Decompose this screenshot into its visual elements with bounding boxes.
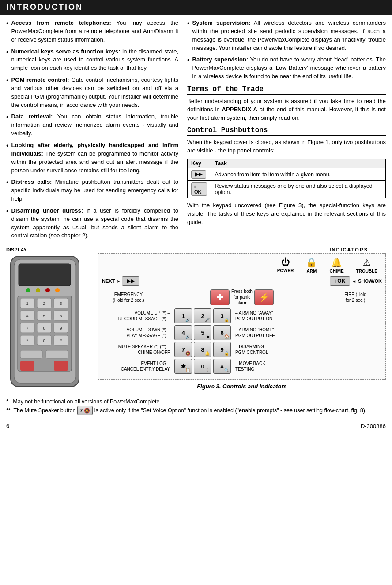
label-testing: TESTING <box>235 366 303 372</box>
key-display: ▶▶ <box>191 170 206 179</box>
show-ok-label: SHOW/OK <box>358 278 382 284</box>
special-labels-left: EVENT LOG – CANCEL ENTRY DELAY <box>102 361 173 372</box>
bullet-text: PGM remote control: Gate control mechani… <box>11 76 178 109</box>
page-footer: 6 D-300886 <box>0 420 392 432</box>
control-table: Key Task ▶▶ Advance from item to item wi… <box>187 159 386 198</box>
key-2[interactable]: 2🎤 <box>194 308 211 323</box>
svg-point-4 <box>36 288 40 292</box>
emergency-button-left[interactable]: ✚ <box>210 289 230 305</box>
numrow-1-labels-right: – ARMING "AWAY" PGM OUTPUT ON <box>233 310 303 322</box>
key-7[interactable]: 7🔕 <box>174 342 192 357</box>
control-title: Control Pushbuttons <box>187 126 386 136</box>
svg-text:*: * <box>26 338 28 343</box>
bullet-dot: • <box>6 113 9 138</box>
main-content: •Access from remote telephones: You may … <box>0 15 392 243</box>
chime-icon: 🔔 <box>331 257 342 268</box>
figure-caption: Figure 3. Controls and Indicators <box>98 383 386 390</box>
special-labels-right: – MOVE BACK TESTING <box>233 361 303 372</box>
label-event-log: EVENT LOG – <box>102 361 170 367</box>
label-move-back: – MOVE BACK <box>235 361 303 367</box>
numrow-2-keys: 4🔉 5▶ 6🏠 <box>174 325 231 340</box>
control-after: With the keypad uncovered (see Figure 3)… <box>187 201 386 227</box>
label-disarm: – DISARMING <box>235 344 303 350</box>
indicator-chime: 🔔 CHIME <box>329 257 343 274</box>
bullet-text: Looking after elderly, physically handic… <box>11 141 178 175</box>
key-star[interactable]: ✱📋 <box>174 359 192 374</box>
label-pgm-on: PGM OUTPUT ON <box>235 316 303 322</box>
figure-caption-text: Figure 3. Controls and Indicators <box>197 383 287 390</box>
emergency-buttons: ✚ Press bothfor panicalarm ⚡ <box>210 289 274 306</box>
indicator-arm: 🔒 ARM <box>306 257 317 274</box>
svg-rect-21 <box>46 350 68 358</box>
label-pgm-off: PGM OUTPUT OFF <box>235 333 303 339</box>
bullet-dot: • <box>6 141 9 175</box>
key-5[interactable]: 5▶ <box>194 325 211 340</box>
svg-text:6: 6 <box>60 314 62 318</box>
label-volume-down: VOLUME DOWN (*) – <box>102 327 170 333</box>
iok-button[interactable]: i OK <box>330 276 351 286</box>
svg-text:9: 9 <box>60 326 62 330</box>
trouble-label: TROUBLE <box>356 269 377 274</box>
bullet-distress: •Distress calls: Miniature pushbutton tr… <box>6 178 178 203</box>
footnote-2: ** The Mute Speaker button 7 🔕 is active… <box>6 406 386 415</box>
label-arm-away: – ARMING "AWAY" <box>235 310 303 316</box>
indicators-row: ⏻ POWER 🔒 ARM 🔔 CHIME ⚠ TROUBLE <box>102 257 382 274</box>
bullet-looking: •Looking after elderly, physically handi… <box>6 141 178 175</box>
next-label: NEXT <box>102 278 115 284</box>
bullet-text: Data retrieval: You can obtain status in… <box>11 113 178 138</box>
next-button[interactable]: ▶▶ <box>122 276 139 286</box>
key-hash[interactable]: #🔍 <box>213 359 231 374</box>
label-mute: MUTE SPEAKER (*) (**) – <box>102 344 170 350</box>
terms-title: Terms of the Trade <box>187 85 386 95</box>
numrow-2: VOLUME DOWN (*) – PLAY MESSAGE (*) – 4🔉 … <box>102 325 382 340</box>
bullet-disarming: •Disarming under duress: If a user is fo… <box>6 207 178 240</box>
label-arm-home: – ARMING "HOME" <box>235 327 303 333</box>
numrow-3-labels-left: MUTE SPEAKER (*) (**) – CHIME ON/OFF <box>102 344 173 356</box>
special-numrow: EVENT LOG – CANCEL ENTRY DELAY ✱📋 0🚶 #🔍 … <box>102 359 382 374</box>
key-9[interactable]: 9🔓 <box>213 342 231 357</box>
key-0[interactable]: 0🚶 <box>194 359 211 374</box>
numrow-3-keys: 7🔕 8🔔 9🔓 <box>174 342 231 357</box>
numrow-2-labels-left: VOLUME DOWN (*) – PLAY MESSAGE (*) – <box>102 327 173 339</box>
footnotes: * May not be functional on all versions … <box>0 396 392 417</box>
svg-text:4: 4 <box>26 314 28 318</box>
key-8[interactable]: 8🔔 <box>194 342 211 357</box>
svg-point-5 <box>45 288 50 292</box>
svg-point-6 <box>55 288 60 292</box>
fn2-key-7: 7 🔕 <box>77 406 93 415</box>
key-1[interactable]: 1🔊 <box>174 308 192 323</box>
label-volume-up: VOLUME UP (*) – <box>102 310 170 316</box>
bullet-data: •Data retrieval: You can obtain status i… <box>6 113 178 138</box>
bullet-dot: • <box>6 207 9 240</box>
bullet-dot: • <box>187 56 190 81</box>
chime-label: CHIME <box>329 269 343 274</box>
bullet-text: System supervision: All wireless detecto… <box>192 19 386 52</box>
key-3[interactable]: 3🔒 <box>213 308 231 323</box>
key-6[interactable]: 6🏠 <box>213 325 231 340</box>
bullet-text: Battery supervision: You do not have to … <box>192 56 386 81</box>
arrow-show: ◄ <box>352 279 356 284</box>
svg-rect-20 <box>20 350 42 358</box>
bullet-text: Numerical keys serve as function keys: I… <box>11 48 178 73</box>
next-show-row: NEXT ➤ ▶▶ i OK ◄ SHOW/OK <box>102 276 382 286</box>
bullet-text: Distress calls: Miniature pushbutton tra… <box>11 178 178 203</box>
control-diagram: INDICATORS ⏻ POWER 🔒 ARM 🔔 CHI <box>94 247 386 391</box>
numrow-3-labels-right: – DISARMING PGM CONTROL <box>233 344 303 356</box>
numrow-2-labels-right: – ARMING "HOME" PGM OUTPUT OFF <box>233 327 303 339</box>
label-play: PLAY MESSAGE (*) – <box>102 333 170 339</box>
device-drawing: DISPLAY <box>6 247 94 392</box>
emergency-button-right[interactable]: ⚡ <box>254 289 274 305</box>
svg-text:1: 1 <box>26 301 28 306</box>
bullet-text: Disarming under duress: If a user is for… <box>11 207 178 240</box>
fn2-text: The Mute Speaker button 7 🔕 is active on… <box>13 407 366 414</box>
svg-text:3: 3 <box>60 301 62 306</box>
bullet-system: •System supervision: All wireless detect… <box>187 19 386 52</box>
table-row: ▶▶ Advance from item to item within a gi… <box>188 168 386 181</box>
table-header-task: Task <box>211 159 386 168</box>
svg-rect-2 <box>19 264 71 286</box>
bullet-dot: • <box>6 19 9 44</box>
indicators-label: INDICATORS <box>330 247 368 252</box>
header-title: INTRODUCTION <box>6 3 83 11</box>
left-bullets: •Access from remote telephones: You may … <box>6 19 178 240</box>
key-4[interactable]: 4🔉 <box>174 325 192 340</box>
